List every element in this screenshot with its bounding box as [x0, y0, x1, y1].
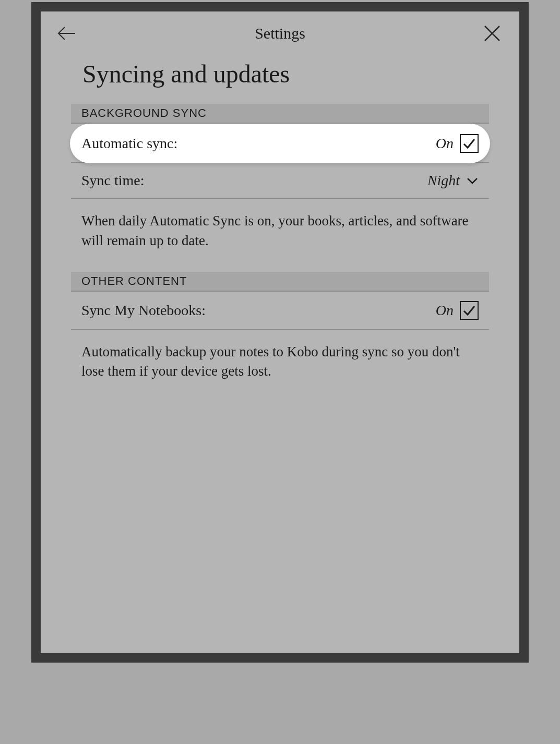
checkmark-icon [462, 137, 476, 150]
checkmark-icon [462, 304, 476, 317]
sync-notebooks-value: On [436, 302, 454, 319]
background-sync-description: When daily Automatic Sync is on, your bo… [71, 199, 489, 272]
section-header-background-sync: BACKGROUND SYNC [71, 104, 489, 124]
automatic-sync-value-group: On [436, 134, 479, 153]
window-frame: Settings Syncing and updates BACKGROUND … [31, 2, 529, 663]
section-header-other-content: OTHER CONTENT [71, 272, 489, 292]
sync-notebooks-checkbox[interactable] [460, 301, 479, 320]
settings-panel: Settings Syncing and updates BACKGROUND … [41, 11, 519, 653]
close-button[interactable] [482, 23, 503, 44]
automatic-sync-checkbox[interactable] [460, 134, 479, 153]
sync-time-label: Sync time: [81, 172, 145, 189]
header-bar: Settings [41, 11, 519, 54]
page-title: Syncing and updates [41, 54, 519, 104]
chevron-down-icon [467, 177, 478, 184]
sync-notebooks-row[interactable]: Sync My Notebooks: On [71, 292, 489, 330]
sync-time-value: Night [427, 172, 460, 189]
sync-notebooks-label: Sync My Notebooks: [81, 302, 206, 319]
sync-time-value-group: Night [427, 172, 479, 189]
automatic-sync-label: Automatic sync: [81, 135, 177, 152]
header-title: Settings [255, 25, 305, 42]
sync-notebooks-value-group: On [436, 301, 479, 320]
back-arrow-icon [57, 26, 76, 41]
automatic-sync-value: On [436, 135, 454, 152]
sync-time-dropdown[interactable] [466, 174, 479, 187]
automatic-sync-row[interactable]: Automatic sync: On [70, 124, 490, 163]
back-button[interactable] [57, 23, 78, 44]
sync-time-row[interactable]: Sync time: Night [71, 163, 489, 199]
close-icon [483, 25, 501, 42]
other-content-description: Automatically backup your notes to Kobo … [71, 330, 489, 403]
